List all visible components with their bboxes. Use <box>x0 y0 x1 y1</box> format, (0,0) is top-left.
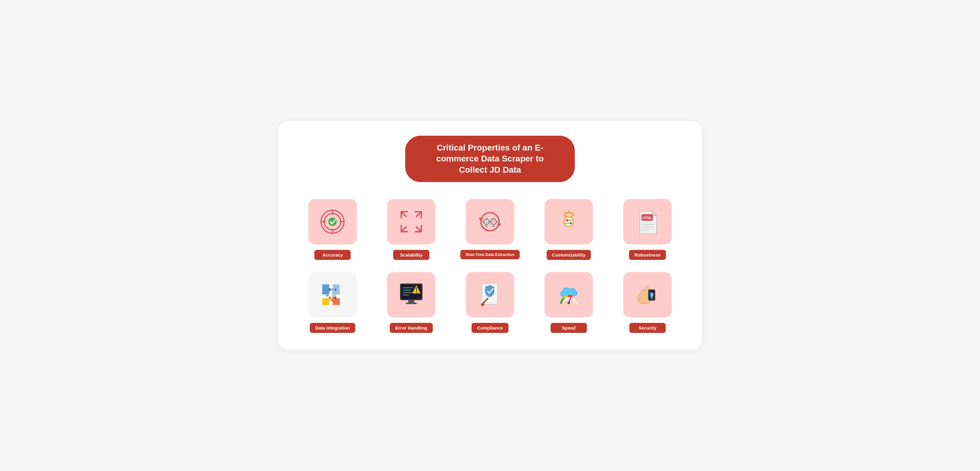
svg-point-38 <box>335 289 336 290</box>
accuracy-icon <box>319 208 346 236</box>
svg-line-9 <box>401 227 406 232</box>
icon-box-speed <box>544 272 593 317</box>
svg-point-59 <box>568 302 570 304</box>
label-security: Security <box>629 323 666 333</box>
label-robustness: Robustness <box>629 250 666 260</box>
icon-box-scalability <box>387 199 436 244</box>
svg-rect-43 <box>408 300 414 302</box>
svg-line-8 <box>417 212 421 216</box>
svg-point-6 <box>328 218 337 226</box>
error-handling-icon <box>398 281 425 308</box>
icon-box-accuracy <box>308 199 357 244</box>
main-card: Critical Properties of an E-commerce Dat… <box>278 121 702 350</box>
svg-line-10 <box>417 227 421 232</box>
svg-rect-23 <box>490 221 491 223</box>
svg-point-20 <box>492 221 495 223</box>
label-error-handling: Error Handling <box>390 323 433 333</box>
item-accuracy: Accuracy <box>296 199 369 260</box>
svg-rect-21 <box>493 218 495 220</box>
item-security: Security <box>611 272 684 333</box>
item-realtime: Real-Time Data Extraction <box>453 199 527 260</box>
svg-point-51 <box>416 292 417 293</box>
icon-box-data-integration <box>308 272 357 317</box>
security-icon <box>634 281 661 308</box>
title-badge: Critical Properties of an E-commerce Dat… <box>405 136 575 182</box>
properties-grid: Accuracy Scala <box>296 199 684 333</box>
svg-line-7 <box>401 212 406 216</box>
svg-point-25 <box>564 217 574 227</box>
svg-rect-24 <box>496 221 498 223</box>
data-integration-icon <box>319 281 346 308</box>
item-speed: Speed <box>532 272 605 333</box>
label-data-integration: Data Integration <box>310 323 355 333</box>
svg-rect-22 <box>493 225 495 227</box>
svg-marker-12 <box>497 222 501 226</box>
icon-box-realtime <box>466 199 514 244</box>
svg-text:HTML: HTML <box>643 216 652 220</box>
label-accuracy: Accuracy <box>314 250 351 260</box>
title-section: Critical Properties of an E-commerce Dat… <box>296 136 684 182</box>
svg-point-39 <box>329 297 331 299</box>
realtime-icon <box>476 208 504 236</box>
svg-rect-44 <box>406 302 417 304</box>
svg-point-14 <box>485 221 488 223</box>
svg-rect-17 <box>482 221 484 223</box>
speed-icon <box>555 281 582 308</box>
item-scalability: Scalability <box>375 199 448 260</box>
icon-box-security <box>623 272 672 317</box>
item-compliance: Compliance <box>453 272 527 333</box>
svg-point-29 <box>570 222 572 224</box>
label-compliance: Compliance <box>471 323 508 333</box>
label-speed: Speed <box>550 323 587 333</box>
item-error-handling: Error Handling <box>375 272 448 333</box>
icon-box-error-handling <box>387 272 436 317</box>
item-data-integration: Data Integration <box>296 272 369 333</box>
svg-rect-15 <box>485 218 487 220</box>
icon-box-compliance <box>466 272 514 317</box>
page-title: Critical Properties of an E-commerce Dat… <box>422 142 558 175</box>
robustness-icon: HTML <box>634 208 661 236</box>
label-realtime: Real-Time Data Extraction <box>460 250 520 259</box>
label-customizability: Customizability <box>547 250 591 260</box>
item-robustness: HTML Robustness <box>611 199 684 260</box>
svg-point-37 <box>329 289 331 290</box>
customizability-icon <box>555 208 582 236</box>
scalability-icon <box>398 208 425 236</box>
label-scalability: Scalability <box>393 250 430 260</box>
svg-rect-16 <box>485 225 487 227</box>
item-customizability: Customizability <box>532 199 605 260</box>
icon-box-customizability <box>544 199 593 244</box>
svg-point-40 <box>335 297 336 299</box>
svg-point-27 <box>566 219 568 221</box>
compliance-icon <box>476 281 504 308</box>
icon-box-robustness: HTML <box>623 199 672 244</box>
